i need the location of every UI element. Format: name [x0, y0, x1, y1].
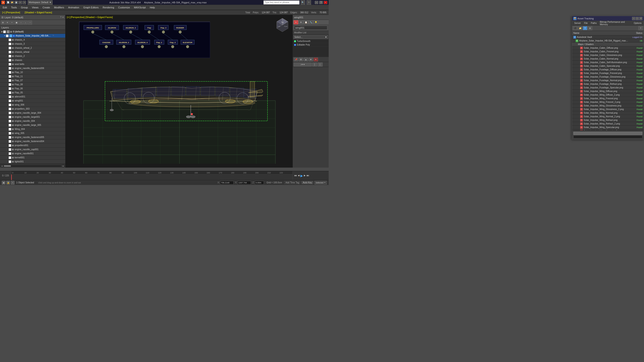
- layer-check-15[interactable]: [8, 99, 11, 102]
- status-icon-1[interactable]: ▣: [2, 181, 6, 184]
- layer-check-12[interactable]: [8, 87, 11, 90]
- layer-item-14[interactable]: aileron001: [0, 95, 65, 99]
- rt-up-btn[interactable]: ▲: [304, 57, 308, 61]
- layer-item-7[interactable]: engine_nacelle_fasteners006: [0, 66, 65, 70]
- layer-check-0[interactable]: [8, 38, 11, 41]
- modifier-icon-4[interactable]: 🔧: [308, 20, 313, 24]
- status-icon-3[interactable]: +: [11, 181, 14, 184]
- modifier-name-input[interactable]: [294, 26, 327, 30]
- menu-customize[interactable]: Customize: [116, 6, 132, 9]
- scroll-track[interactable]: [4, 165, 62, 167]
- layer-check-6[interactable]: [8, 63, 11, 66]
- modifier-icon-3[interactable]: 📋: [304, 20, 308, 24]
- modifier-turbosmooth[interactable]: TurboSmooth: [293, 39, 329, 43]
- layer-item-25[interactable]: engine_nacelle_fasteners004: [0, 139, 65, 143]
- scroll-right[interactable]: ►: [62, 165, 64, 167]
- layer-item-12[interactable]: Flap_06: [0, 87, 65, 91]
- menu-graph-editors[interactable]: Graph Editors: [82, 6, 100, 9]
- menu-maxscript[interactable]: MAXScript: [132, 6, 148, 9]
- layer-item-10[interactable]: Flap_07: [0, 78, 65, 82]
- layer-check-20[interactable]: [8, 120, 11, 122]
- layer-item-9[interactable]: Flap_11: [0, 74, 65, 78]
- layer-check-25[interactable]: [8, 140, 11, 143]
- layer-item-24[interactable]: engine_nacelle_fasteners005: [0, 135, 65, 139]
- layer-item-29[interactable]: kernel001: [0, 156, 65, 160]
- layer-item-5[interactable]: chassis: [0, 58, 65, 62]
- key-next-btn[interactable]: ⏭: [306, 174, 309, 178]
- layer-check-13[interactable]: [8, 91, 11, 94]
- layer-item-8[interactable]: Flap_10: [0, 70, 65, 74]
- layer-item-13[interactable]: Flap_05: [0, 91, 65, 95]
- modifier-icon-5[interactable]: 💡: [314, 20, 318, 24]
- layer-check-10[interactable]: [8, 79, 11, 82]
- rt-extra-3[interactable]: │: [318, 62, 322, 66]
- scroll-thumb[interactable]: [4, 165, 11, 167]
- layer-item-main[interactable]: ▼ ✓ Airplane_Solar_Impulse_HB-SIA_Rigged…: [0, 34, 65, 38]
- menu-edit[interactable]: Edit: [1, 6, 9, 9]
- modifier-dropdown[interactable]: Select... ▼: [293, 35, 328, 39]
- layers-close-btn[interactable]: ✕: [62, 16, 64, 18]
- save-btn[interactable]: 💾: [14, 1, 18, 4]
- rt-pin-btn[interactable]: 📌: [294, 57, 298, 61]
- play-btn[interactable]: ▶: [300, 174, 303, 178]
- layers-tool-5[interactable]: ↑: [19, 20, 23, 24]
- layer-item-18[interactable]: engine_nacelle_large_004: [0, 111, 65, 115]
- layer-check-14[interactable]: [8, 95, 11, 98]
- open-btn[interactable]: 📂: [10, 1, 14, 4]
- layer-item-21[interactable]: engine_nacelle_large_005: [0, 123, 65, 127]
- next-frame-btn[interactable]: ►: [304, 174, 306, 178]
- layer-check[interactable]: ✓: [3, 30, 6, 33]
- rt-down-btn[interactable]: ▼: [308, 57, 313, 61]
- prev-frame-btn[interactable]: ◄: [297, 174, 300, 178]
- menu-modifiers[interactable]: Modifiers: [52, 6, 66, 9]
- layers-tool-3[interactable]: +: [10, 20, 14, 24]
- layer-check-5[interactable]: [8, 59, 11, 61]
- layer-check-28[interactable]: [8, 152, 11, 155]
- layer-item-11[interactable]: Flap_08: [0, 82, 65, 87]
- layer-check-4[interactable]: [8, 55, 11, 57]
- menu-views[interactable]: Views: [30, 6, 40, 9]
- layer-check-24[interactable]: [8, 136, 11, 139]
- layers-tool-2[interactable]: ✕: [6, 20, 10, 24]
- viewport[interactable]: [+] [Perspective] [Shaded + Edged Faces]…: [66, 15, 292, 168]
- modifier-icon-1[interactable]: ✦: [294, 20, 298, 24]
- menu-tools[interactable]: Tools: [9, 6, 19, 9]
- undo-btn[interactable]: ↩: [18, 1, 22, 4]
- layer-check-18[interactable]: [8, 112, 11, 114]
- layer-check-main[interactable]: ✓: [6, 34, 8, 37]
- workspace-dropdown[interactable]: Workspace: Default ▼: [28, 0, 52, 5]
- layer-item-root[interactable]: ▶ ✓ 0 (default): [0, 30, 65, 34]
- layer-check-30[interactable]: [8, 160, 11, 163]
- layer-item-4[interactable]: chassis_2: [0, 54, 65, 58]
- layer-item-22[interactable]: Wing_004: [0, 127, 65, 131]
- layer-item-16[interactable]: wing_006: [0, 103, 65, 107]
- layers-tool-7[interactable]: ⋯: [28, 20, 32, 24]
- layer-check-27[interactable]: [8, 148, 11, 151]
- layers-tool-4[interactable]: ▣: [14, 20, 18, 24]
- layer-item-28[interactable]: engine_nacelle001: [0, 152, 65, 156]
- layer-item-3[interactable]: chassis_wheal: [0, 50, 65, 54]
- modifier-icon-2[interactable]: ⚙: [299, 20, 303, 24]
- menu-animation[interactable]: Animation: [66, 6, 81, 9]
- layer-check-19[interactable]: [8, 116, 11, 118]
- layer-check-21[interactable]: [8, 124, 11, 126]
- layer-item-20[interactable]: engine_nacelle_004: [0, 119, 65, 123]
- restore-btn[interactable]: ❐: [319, 1, 323, 4]
- timeline-track[interactable]: 0102030405060708090100110120130140150160…: [11, 171, 292, 180]
- redo-btn[interactable]: ↪: [22, 1, 26, 4]
- new-btn[interactable]: 📄: [6, 1, 10, 4]
- layer-check-2[interactable]: [8, 47, 11, 49]
- layer-check-1[interactable]: [8, 43, 11, 45]
- layer-check-26[interactable]: [8, 144, 11, 147]
- search-input[interactable]: [264, 0, 300, 4]
- layer-item-6[interactable]: seat belts: [0, 62, 65, 66]
- layer-item-26[interactable]: propellers001: [0, 143, 65, 147]
- layers-list[interactable]: ▶ ✓ 0 (default) ▼ ✓ Airplane_Solar_Impul…: [0, 30, 65, 164]
- layer-check-9[interactable]: [8, 75, 11, 78]
- minimize-btn[interactable]: ─: [315, 1, 318, 4]
- layer-check-3[interactable]: [8, 51, 11, 53]
- keyset-dropdown[interactable]: Selected ▼: [314, 181, 327, 184]
- auto-key-btn[interactable]: Auto Key: [302, 181, 313, 184]
- status-icon-2[interactable]: 🔒: [6, 181, 10, 184]
- layers-scrollbar[interactable]: ◄ ►: [0, 164, 65, 168]
